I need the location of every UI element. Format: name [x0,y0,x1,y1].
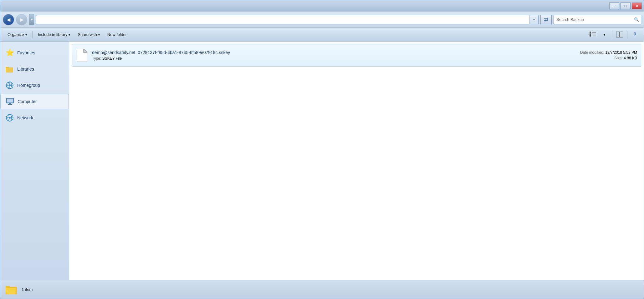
share-chevron-icon [98,32,100,37]
address-dropdown-button[interactable]: ▾ [529,15,538,24]
include-chevron-icon [69,32,70,37]
status-folder-icon [5,283,18,297]
sidebar-item-homegroup[interactable]: Homegroup [0,78,69,93]
view-list-icon [590,32,596,38]
type-value: SSKEY File [102,56,122,61]
svg-rect-4 [592,34,596,34]
svg-rect-9 [6,67,9,68]
size-label: Size: [614,56,623,60]
file-icon [76,48,88,63]
close-button[interactable]: ✕ [632,2,642,9]
search-button[interactable]: 🔍 [632,15,641,24]
size-value: 4.88 KB [624,56,637,60]
svg-rect-28 [6,288,16,294]
navigation-bar: ◀ ▶ ▾ ▾ ⇄ 🔍 [0,12,644,28]
file-meta: Date modified: 12/7/2018 5:52 PM Size: 4… [580,50,637,60]
maximize-button[interactable]: □ [621,2,631,9]
search-bar: 🔍 [554,15,641,24]
svg-rect-0 [590,32,591,33]
change-view-button[interactable] [588,30,598,39]
svg-rect-7 [620,32,623,37]
date-value: 12/7/2018 5:52 PM [606,50,637,55]
svg-rect-5 [592,36,596,36]
file-details: demo@sendsafely.net_0729137f-f85d-4ba1-8… [92,50,576,61]
svg-rect-10 [6,68,13,72]
toolbar: Organize Include in library Share with N… [0,28,644,42]
help-button[interactable]: ? [630,30,640,39]
libraries-folder-icon [5,65,14,73]
sidebar-item-libraries[interactable]: Libraries [0,62,69,77]
file-name: demo@sendsafely.net_0729137f-f85d-4ba1-8… [92,50,576,55]
type-label: Type: [92,56,101,61]
sidebar: ⭐ Favorites Libraries [0,42,69,280]
organize-label: Organize [8,32,24,37]
toolbar-right: ▾ ? [588,30,640,39]
toolbar-separator-2 [612,31,612,38]
file-area[interactable]: demo@sendsafely.net_0729137f-f85d-4ba1-8… [69,42,644,280]
date-label: Date modified: [580,50,604,55]
preview-pane-button[interactable] [615,30,625,39]
view-dropdown-button[interactable]: ▾ [599,30,609,39]
organize-chevron-icon [25,32,27,37]
nav-dropdown-button[interactable]: ▾ [29,14,34,25]
network-icon [5,113,14,122]
libraries-label: Libraries [17,67,34,72]
homegroup-icon [5,81,14,90]
svg-point-15 [9,84,11,86]
organize-button[interactable]: Organize [4,30,30,40]
svg-marker-25 [84,49,87,52]
address-bar[interactable]: ▾ [36,15,539,24]
file-item[interactable]: demo@sendsafely.net_0729137f-f85d-4ba1-8… [72,44,641,67]
forward-arrow-icon: ▶ [20,17,23,22]
file-size: Size: 4.88 KB [580,56,637,60]
svg-rect-19 [8,104,12,105]
computer-label: Computer [18,99,37,104]
main-content: ⭐ Favorites Libraries [0,42,644,280]
status-item-count: 1 item [22,287,33,292]
nav-chevron-down-icon: ▾ [31,18,33,21]
include-in-library-label: Include in library [38,32,68,37]
share-with-label: Share with [78,32,97,37]
svg-rect-1 [590,33,591,35]
sidebar-item-computer[interactable]: Computer [0,94,69,109]
svg-point-23 [9,117,11,119]
svg-rect-2 [590,35,591,37]
preview-pane-icon [616,32,623,38]
sidebar-item-network[interactable]: Network [0,110,69,125]
explorer-window: ─ □ ✕ ◀ ▶ ▾ ▾ ⇄ 🔍 [0,0,644,299]
svg-rect-3 [592,32,596,32]
view-chevron-icon: ▾ [603,32,606,37]
star-icon: ⭐ [5,48,14,57]
network-label: Network [17,115,33,120]
new-folder-button[interactable]: New folder [104,30,130,40]
homegroup-label: Homegroup [17,83,40,88]
svg-rect-27 [6,286,10,288]
svg-rect-6 [616,32,619,37]
refresh-button[interactable]: ⇄ [540,15,552,24]
back-arrow-icon: ◀ [7,17,10,22]
search-input[interactable] [554,15,632,24]
back-button[interactable]: ◀ [3,14,14,25]
new-folder-label: New folder [107,32,127,37]
file-type: Type: SSKEY File [92,56,576,61]
computer-icon [6,97,14,106]
forward-button[interactable]: ▶ [16,14,27,25]
minimize-button[interactable]: ─ [609,2,619,9]
svg-rect-17 [7,99,13,102]
address-chevron-down-icon: ▾ [533,18,535,21]
toolbar-separator-1 [32,31,33,38]
toolbar-separator-3 [627,31,627,38]
file-date: Date modified: 12/7/2018 5:52 PM [580,50,637,55]
include-in-library-button[interactable]: Include in library [34,30,74,40]
refresh-icon: ⇄ [544,16,549,23]
address-input[interactable] [36,15,529,24]
sidebar-item-favorites[interactable]: ⭐ Favorites [0,45,69,60]
title-bar: ─ □ ✕ [0,0,644,12]
svg-rect-18 [9,103,11,104]
share-with-button[interactable]: Share with [74,30,103,40]
help-icon: ? [633,32,636,37]
search-icon: 🔍 [634,17,639,22]
status-bar: 1 item [0,280,644,299]
favorites-label: Favorites [17,50,35,55]
